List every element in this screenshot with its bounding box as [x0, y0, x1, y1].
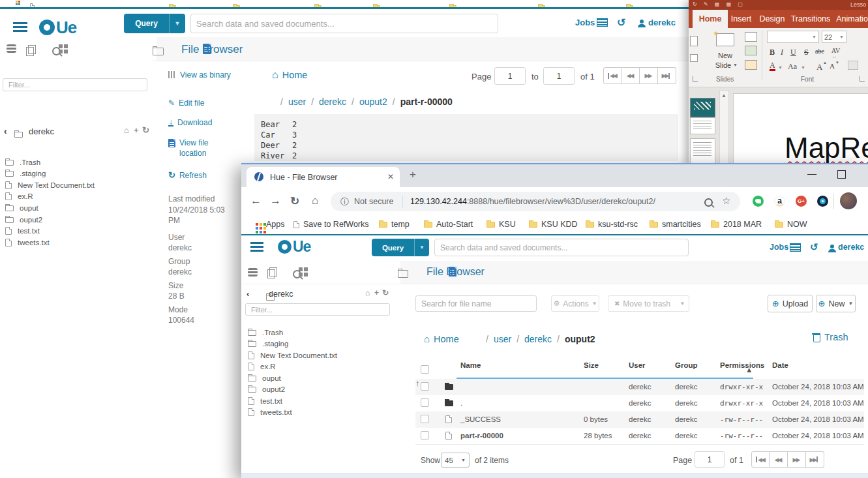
upload-button[interactable]: ⊕ Upload [768, 295, 813, 312]
bookmark-item[interactable]: KSU KDD [529, 220, 578, 229]
page-input[interactable] [494, 67, 526, 85]
tree-item[interactable]: test.txt [5, 226, 40, 235]
maximize-window-icon[interactable] [837, 170, 846, 179]
query-dropdown[interactable]: ▼ [169, 14, 185, 33]
omnibox[interactable]: ⓘ Not secure 129.130.42.244:8888/hue/fil… [331, 192, 740, 211]
tree-back-chevron[interactable]: ‹ [247, 289, 249, 299]
actions-button[interactable]: ⚙ Actions ▼ [551, 295, 599, 312]
documents-icon[interactable] [267, 269, 275, 278]
tree-item[interactable]: ouput2 [5, 215, 42, 224]
bookmark-item[interactable]: Save to RefWorks [293, 220, 369, 229]
ppt-tab-transitions[interactable]: Transitions [786, 10, 835, 28]
tree-add-icon[interactable]: + [134, 125, 139, 135]
home-breadcrumb[interactable]: ⌂ Home [272, 69, 307, 81]
ppt-tab-insert[interactable]: Insert [724, 10, 758, 28]
col-size[interactable]: Size [584, 361, 599, 369]
scroll-up-icon[interactable]: ▲ [721, 93, 726, 98]
slide-thumbnail-1[interactable] [690, 98, 715, 117]
back-icon[interactable]: ← [250, 194, 262, 207]
tree-refresh-icon[interactable]: ↻ [382, 288, 389, 297]
url-text[interactable]: 129.130.42.244:8888/hue/filebrowser/view… [410, 197, 655, 206]
history-icon[interactable]: ↺ [810, 241, 818, 253]
page-size-select[interactable]: 45 ▼ [441, 453, 470, 468]
tree-item[interactable]: tweets.txt [5, 238, 50, 247]
grow-font-button[interactable]: A [816, 62, 822, 72]
jobs-link[interactable]: Jobs [575, 18, 595, 27]
bookmark-item[interactable]: ksu-std-rsc [586, 220, 638, 229]
bookmark-item[interactable]: KSU [486, 220, 516, 229]
home-icon[interactable]: ⌂ [312, 194, 318, 207]
tree-home-icon[interactable]: ⌂ [124, 125, 129, 135]
tree-item[interactable]: .Trash [248, 328, 283, 337]
col-group[interactable]: Group [675, 361, 698, 369]
clear-formatting-button[interactable]: abc [815, 48, 824, 55]
clipboard-partial-icon[interactable] [690, 36, 698, 46]
query-button[interactable]: Query ▼ [124, 14, 185, 33]
next-page-button[interactable]: ▶▶ [788, 451, 806, 468]
prev-page-button[interactable]: ◀◀ [770, 451, 788, 468]
amazon-extension-icon[interactable]: a [774, 196, 785, 207]
strikethrough-button[interactable]: S [804, 48, 809, 57]
tree-item[interactable]: ouput [5, 203, 38, 213]
ppt-tab-design[interactable]: Design [755, 10, 790, 28]
eye-extension-icon[interactable] [817, 196, 828, 207]
row-name-link[interactable]: ↑ [415, 379, 419, 388]
crumb-ouput2[interactable]: ouput2 [359, 97, 387, 107]
bookmark-item[interactable]: Auto-Start [424, 220, 473, 229]
bookmark-apps[interactable]: Apps [256, 220, 285, 229]
chrome-tabstrip[interactable]: Hue - File Browser ✕ + — [241, 164, 868, 187]
page-to-input[interactable] [543, 67, 575, 85]
col-date[interactable]: Date [772, 361, 788, 369]
jobs-link[interactable]: Jobs [770, 243, 788, 252]
minimize-window-icon[interactable]: — [807, 168, 816, 179]
hue-logo[interactable]: Ue [39, 20, 76, 35]
tree-item[interactable]: ouput2 [248, 385, 285, 394]
tree-add-icon[interactable]: + [374, 288, 379, 297]
new-slide-button[interactable]: ✶ New Slide ▼ [711, 31, 740, 80]
tree-root-label[interactable]: derekc [29, 127, 54, 136]
zoom-page-icon[interactable] [704, 198, 713, 207]
move-to-trash-button[interactable]: ✖ Move to trash [608, 295, 677, 312]
first-page-button[interactable]: ◀◀ [603, 67, 621, 84]
bookmark-item[interactable]: smartcities [650, 220, 701, 229]
crumb-derekc[interactable]: derekc [524, 334, 552, 344]
security-label[interactable]: Not secure [354, 197, 393, 206]
new-button[interactable]: ⊕ New ▼ [816, 295, 856, 312]
tree-item[interactable]: New Text Document.txt [248, 351, 337, 360]
global-search-input[interactable] [190, 14, 498, 33]
tree-item[interactable]: tweets.txt [248, 408, 292, 417]
last-page-button[interactable]: ▶▶ [658, 67, 676, 84]
prev-page-button[interactable]: ◀◀ [621, 67, 640, 84]
col-name[interactable]: Name [460, 361, 481, 369]
ppt-titlebar[interactable]: ↻ ✎ ▦ ▦ ▢ Lesso [689, 0, 868, 10]
apps-grid-icon[interactable] [299, 267, 303, 271]
bold-button[interactable]: B [770, 48, 775, 57]
slide-layout-icon[interactable] [745, 32, 757, 42]
tree-item[interactable]: .Trash [5, 158, 40, 167]
forward-icon[interactable]: → [270, 194, 281, 207]
gplus-extension-icon[interactable]: G+ [796, 196, 807, 207]
highlight-button[interactable] [848, 61, 858, 70]
move-to-trash-caret-button[interactable]: ▼ [676, 295, 689, 312]
row-name-link[interactable]: part-r-00000 [460, 432, 503, 440]
tables-icon[interactable] [7, 44, 16, 53]
tree-refresh-icon[interactable]: ↻ [142, 125, 149, 135]
shrink-font-button[interactable]: A [830, 62, 835, 70]
tree-filter-input[interactable] [245, 303, 390, 316]
jobs-icon[interactable] [597, 18, 608, 27]
slide-thumbnail-2[interactable] [690, 138, 715, 165]
tree-item[interactable]: ex.R [5, 192, 33, 201]
tree-filter-input[interactable] [3, 78, 147, 91]
open-folder-icon[interactable] [398, 270, 408, 278]
history-icon[interactable]: ↺ [617, 16, 625, 29]
profile-avatar[interactable] [840, 192, 857, 209]
ppt-tab-animation[interactable]: Animation [831, 10, 868, 28]
change-case-button[interactable]: Aa [788, 62, 797, 72]
bookmark-item[interactable]: 2018 MAR [711, 220, 762, 229]
browser-tab[interactable]: Hue - File Browser ✕ [247, 167, 400, 187]
tree-back-chevron[interactable]: ‹ [4, 126, 7, 136]
query-button[interactable]: Query ▼ [372, 239, 429, 256]
open-folder-icon[interactable] [153, 48, 164, 55]
bookmark-star-icon[interactable]: ☆ [722, 195, 730, 207]
tree-item[interactable]: ex.R [248, 362, 276, 371]
